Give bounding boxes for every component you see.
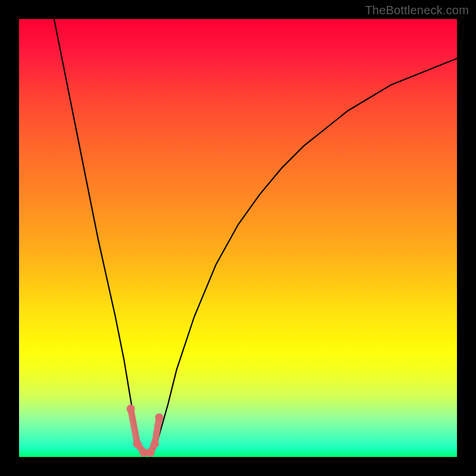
highlight-dot [127, 405, 135, 413]
plot-area [19, 19, 457, 457]
curve-layer [19, 19, 457, 457]
bottleneck-curve [54, 19, 457, 453]
chart-frame: TheBottleneck.com [0, 0, 476, 476]
highlight-dot [146, 449, 155, 457]
highlight-dot [151, 440, 159, 448]
highlight-dot [155, 414, 164, 422]
watermark-text: TheBottleneck.com [365, 4, 469, 17]
highlight-dot [133, 440, 142, 448]
